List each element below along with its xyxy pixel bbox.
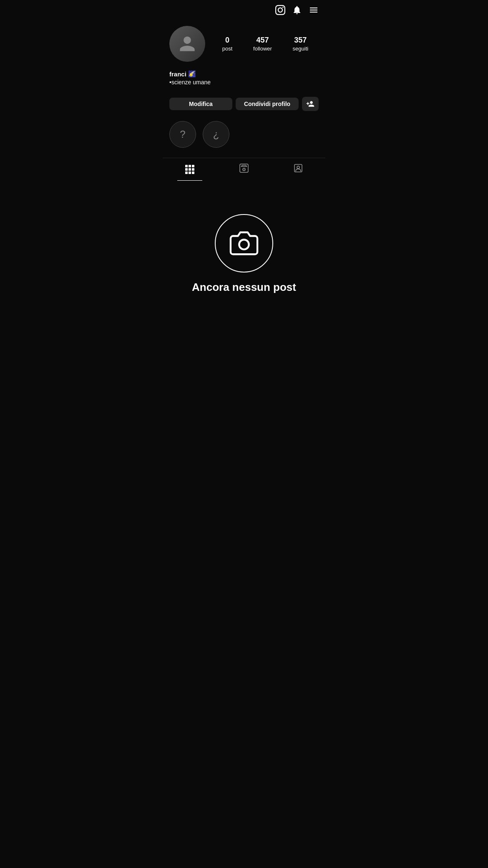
following-stat[interactable]: 357 seguiti <box>293 36 309 52</box>
stats-container: 0 post 457 follower 357 seguiti <box>212 36 319 52</box>
tab-tagged[interactable] <box>271 158 325 181</box>
camera-icon <box>229 229 259 258</box>
highlights-section: ? ¿ <box>163 118 325 154</box>
followers-stat[interactable]: 457 follower <box>253 36 272 52</box>
followers-label: follower <box>253 45 272 52</box>
profile-header: 0 post 457 follower 357 seguiti <box>163 21 325 68</box>
highlight-circle-2: ¿ <box>203 121 229 148</box>
following-count: 357 <box>294 36 307 45</box>
grid-icon <box>185 165 194 174</box>
posts-stat[interactable]: 0 post <box>222 36 233 52</box>
profile-bio: •scienze umane <box>169 78 319 87</box>
share-profile-button[interactable]: Condividi profilo <box>236 98 299 110</box>
camera-circle <box>215 214 273 273</box>
profile-info: franci🌠 •scienze umane <box>163 68 325 93</box>
empty-state: Ancora nessun post <box>163 181 325 310</box>
username-text: franci <box>169 71 186 78</box>
empty-title: Ancora nessun post <box>192 281 296 294</box>
following-label: seguiti <box>293 45 309 52</box>
tab-reels[interactable] <box>217 158 271 181</box>
add-person-button[interactable] <box>302 97 319 111</box>
avatar[interactable] <box>169 26 205 62</box>
highlight-item-1[interactable]: ? <box>169 121 196 148</box>
menu-icon[interactable] <box>309 5 319 18</box>
tagged-icon <box>293 163 303 176</box>
tab-grid[interactable] <box>163 158 217 181</box>
reels-icon <box>239 163 249 176</box>
action-buttons: Modifica Condividi profilo <box>163 93 325 118</box>
notifications-icon[interactable] <box>292 5 302 18</box>
svg-point-3 <box>297 166 299 169</box>
top-bar <box>163 0 325 21</box>
profile-name: franci🌠 <box>169 70 319 78</box>
highlight-item-2[interactable]: ¿ <box>203 121 229 148</box>
svg-point-4 <box>239 240 249 249</box>
username-emoji: 🌠 <box>188 70 196 78</box>
highlight-question-2: ¿ <box>213 129 219 140</box>
tabs-container <box>163 158 325 181</box>
followers-count: 457 <box>256 36 269 45</box>
edit-profile-button[interactable]: Modifica <box>169 98 232 110</box>
posts-count: 0 <box>225 36 229 45</box>
highlight-question-1: ? <box>180 129 185 140</box>
posts-label: post <box>222 45 233 52</box>
highlight-circle-1: ? <box>169 121 196 148</box>
instagram-logo-icon[interactable] <box>275 5 285 18</box>
